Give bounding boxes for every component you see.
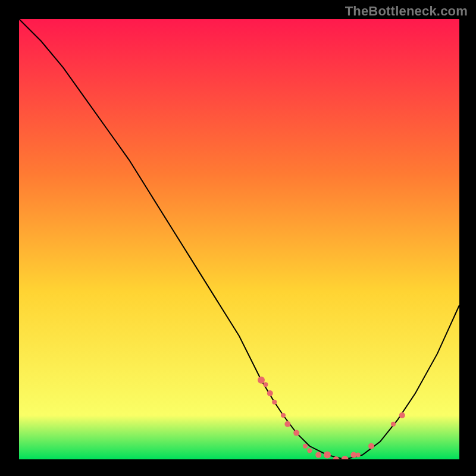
marker-dot	[281, 413, 286, 418]
stage: TheBottleneck.com	[0, 0, 476, 476]
marker-dot	[315, 452, 321, 458]
watermark: TheBottleneck.com	[345, 4, 468, 19]
chart-plot	[19, 19, 459, 459]
marker-dot	[284, 421, 290, 427]
marker-dot	[399, 412, 405, 418]
marker-dot	[258, 377, 265, 384]
marker-dot	[391, 422, 396, 427]
marker-dot	[307, 448, 312, 453]
marker-dot	[324, 452, 331, 459]
marker-dot	[272, 400, 277, 405]
marker-dot	[267, 390, 273, 396]
marker-dot	[263, 382, 268, 387]
marker-dot	[293, 430, 299, 436]
marker-dot	[356, 453, 361, 458]
plot-background	[19, 19, 459, 459]
marker-dot	[368, 443, 374, 449]
marker-dot	[303, 444, 308, 449]
chart-svg	[19, 19, 459, 459]
